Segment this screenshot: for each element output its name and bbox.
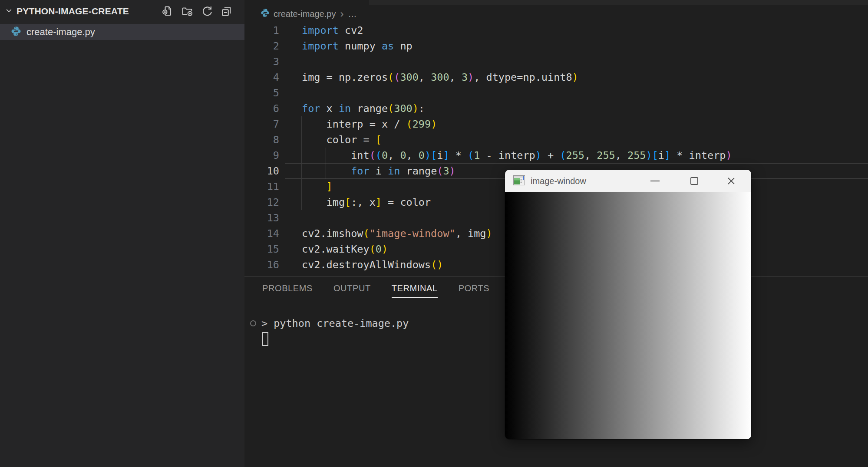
line-number[interactable]: 4: [244, 69, 279, 85]
explorer-actions: [162, 5, 233, 18]
editor-top-strip: [369, 0, 868, 5]
line-number[interactable]: 6: [244, 101, 279, 116]
code-line[interactable]: 2import numpy as np: [244, 38, 868, 54]
line-number[interactable]: 11: [244, 179, 279, 194]
code-line[interactable]: 1import cv2: [244, 23, 868, 38]
breadcrumb-separator-icon: ›: [340, 10, 343, 18]
panel-tab-terminal[interactable]: TERMINAL: [392, 283, 438, 298]
code-text: [279, 210, 302, 226]
cv-window-title: image-window: [531, 176, 586, 186]
code-text: ]: [279, 179, 333, 194]
new-folder-icon[interactable]: [181, 5, 194, 18]
new-file-icon[interactable]: [162, 5, 175, 18]
python-file-icon: [11, 26, 21, 38]
code-text: cv2.imshow("image-window", img): [279, 226, 492, 241]
line-number[interactable]: 8: [244, 132, 279, 148]
breadcrumb-file[interactable]: create-image.py: [274, 9, 336, 19]
line-number[interactable]: 9: [244, 148, 279, 163]
vscode-app: PYTHON-IMAGE-CREATE: [0, 0, 868, 467]
code-text: import numpy as np: [279, 38, 413, 54]
code-line[interactable]: 3: [244, 54, 868, 69]
line-number[interactable]: 14: [244, 226, 279, 241]
line-number[interactable]: 10: [244, 163, 279, 179]
sidebar-item-create-image-py[interactable]: create-image.py: [0, 24, 244, 40]
code-text: img = np.zeros((300, 300, 3), dtype=np.u…: [279, 69, 578, 85]
python-file-icon: [261, 8, 270, 20]
line-number[interactable]: 5: [244, 85, 279, 101]
breadcrumb: create-image.py › …: [244, 5, 356, 23]
code-text: for x in range(300):: [279, 101, 425, 116]
cv-image: [505, 192, 751, 439]
code-line[interactable]: 6for x in range(300):: [244, 101, 868, 116]
command-decoration-icon[interactable]: [250, 320, 256, 326]
opencv-window-icon: [513, 175, 525, 187]
code-line[interactable]: 5: [244, 85, 868, 101]
line-number[interactable]: 13: [244, 210, 279, 226]
code-text: img[:, x] = color: [279, 194, 431, 210]
line-number[interactable]: 2: [244, 38, 279, 54]
refresh-icon[interactable]: [201, 5, 214, 18]
line-number[interactable]: 3: [244, 54, 279, 69]
terminal-command: python create-image.py: [274, 317, 409, 329]
collapse-folders-icon[interactable]: [220, 5, 233, 18]
code-line[interactable]: 8 color = [: [244, 132, 868, 148]
explorer-folder-title: PYTHON-IMAGE-CREATE: [17, 6, 129, 16]
indent-guide-active: [326, 148, 326, 179]
maximize-button[interactable]: [685, 170, 704, 192]
code-line[interactable]: 7 interp = x / (299): [244, 116, 868, 132]
code-text: [279, 54, 302, 69]
panel-tab-problems[interactable]: PROBLEMS: [262, 283, 313, 298]
explorer-sidebar: PYTHON-IMAGE-CREATE: [0, 0, 244, 467]
line-number[interactable]: 1: [244, 23, 279, 38]
code-line[interactable]: 9 int((0, 0, 0)[i] * (1 - interp) + (255…: [244, 148, 868, 163]
indent-guide: [301, 116, 302, 210]
file-name-label: create-image.py: [26, 26, 95, 38]
line-number[interactable]: 12: [244, 194, 279, 210]
code-text: cv2.waitKey(0): [279, 241, 388, 257]
code-text: import cv2: [279, 23, 363, 38]
code-text: color = [: [279, 132, 382, 148]
line-number[interactable]: 16: [244, 257, 279, 273]
panel-tab-ports[interactable]: PORTS: [459, 283, 490, 298]
breadcrumb-symbol[interactable]: …: [348, 9, 356, 19]
code-text: [279, 85, 302, 101]
cv-window-titlebar[interactable]: image-window: [505, 170, 751, 192]
minimize-icon: [650, 181, 660, 181]
maximize-icon: [690, 177, 698, 185]
line-number[interactable]: 15: [244, 241, 279, 257]
panel-tab-output[interactable]: OUTPUT: [333, 283, 371, 298]
code-text: cv2.destroyAllWindows(): [279, 257, 443, 273]
terminal-cursor: [262, 332, 268, 346]
line-number[interactable]: 7: [244, 116, 279, 132]
explorer-section-header[interactable]: PYTHON-IMAGE-CREATE: [0, 0, 244, 23]
code-text: int((0, 0, 0)[i] * (1 - interp) + (255, …: [279, 148, 732, 163]
opencv-image-window: image-window: [505, 170, 751, 439]
close-button[interactable]: [722, 170, 741, 192]
code-line[interactable]: 4img = np.zeros((300, 300, 3), dtype=np.…: [244, 69, 868, 85]
close-icon: [726, 176, 736, 186]
chevron-down-icon: [5, 7, 13, 16]
code-text: interp = x / (299): [279, 116, 437, 132]
minimize-button[interactable]: [645, 170, 664, 192]
terminal-prompt: >: [261, 317, 267, 329]
